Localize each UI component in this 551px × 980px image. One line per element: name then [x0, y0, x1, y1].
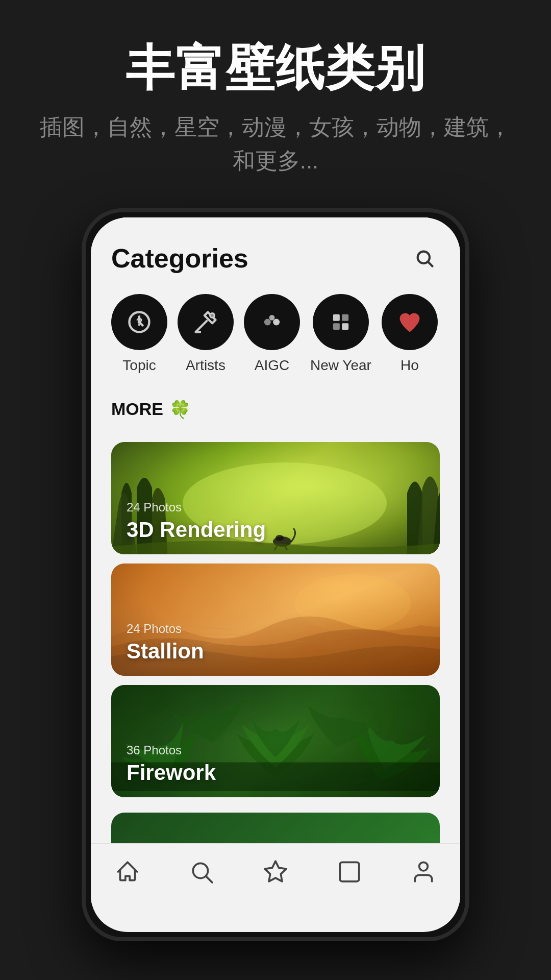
more-emoji: 🍀 — [169, 399, 191, 420]
category-label-aigc: AIGC — [255, 357, 289, 374]
svg-rect-8 — [333, 314, 340, 321]
header-section: 丰富壁纸类别 插图，自然，星空，动漫，女孩，动物，建筑，和更多... — [0, 0, 551, 198]
category-label-topic: Topic — [122, 357, 156, 374]
nav-home[interactable] — [99, 854, 156, 890]
gallery-icon — [337, 859, 362, 885]
svg-line-20 — [207, 876, 212, 882]
main-title: 丰富壁纸类别 — [31, 41, 520, 95]
topic-icon: ? — [126, 309, 153, 335]
more-section: MORE 🍀 — [91, 389, 460, 442]
bottom-nav — [91, 843, 460, 905]
nav-profile[interactable] — [395, 854, 452, 890]
card-firework[interactable]: 36 Photos Firework — [111, 685, 440, 797]
card-partial-peek — [111, 813, 440, 843]
svg-point-7 — [269, 315, 275, 321]
svg-line-1 — [429, 262, 433, 266]
category-icon-bg-new-year — [313, 294, 369, 350]
category-item-ho[interactable]: Ho — [382, 294, 438, 374]
svg-point-4 — [210, 313, 215, 317]
category-icon-bg-topic: ? — [111, 294, 167, 350]
svg-point-5 — [264, 318, 271, 325]
more-title: MORE — [111, 399, 163, 419]
card-info-stallion: 24 Photos Stallion — [111, 611, 219, 676]
nav-search[interactable] — [173, 854, 230, 890]
card-photo-count-3d: 24 Photos — [127, 500, 266, 514]
category-item-new-year[interactable]: New Year — [310, 294, 371, 374]
category-item-aigc[interactable]: AIGC — [244, 294, 300, 374]
home-icon — [115, 859, 140, 885]
artists-icon — [192, 309, 219, 335]
card-stallion[interactable]: 24 Photos Stallion — [111, 564, 440, 676]
nav-search-icon — [189, 859, 214, 885]
svg-rect-22 — [340, 862, 359, 881]
categories-header: Categories — [91, 217, 460, 289]
more-header: MORE 🍀 — [111, 399, 440, 420]
card-info-firework: 36 Photos Firework — [111, 733, 231, 797]
subtitle: 插图，自然，星空，动漫，女孩，动物，建筑，和更多... — [31, 110, 520, 178]
aigc-icon — [259, 309, 285, 335]
category-label-ho: Ho — [400, 357, 419, 374]
category-icon-bg-artists — [178, 294, 234, 350]
category-label-new-year: New Year — [310, 357, 371, 374]
svg-text:?: ? — [136, 315, 142, 328]
svg-point-6 — [273, 318, 280, 325]
svg-point-0 — [418, 251, 430, 263]
card-name-stallion: Stallion — [127, 639, 204, 664]
svg-rect-9 — [342, 314, 348, 321]
search-icon — [414, 248, 435, 268]
card-name-firework: Firework — [127, 761, 216, 785]
page-title: Categories — [111, 243, 248, 274]
svg-rect-10 — [333, 323, 340, 330]
card-info-3d-rendering: 24 Photos 3D Rendering — [111, 490, 281, 554]
category-label-artists: Artists — [186, 357, 226, 374]
category-item-topic[interactable]: ? Topic — [111, 294, 167, 374]
nav-favorites[interactable] — [247, 854, 304, 890]
person-icon — [411, 859, 436, 885]
svg-marker-21 — [265, 861, 286, 881]
category-icon-bg-aigc — [244, 294, 300, 350]
card-photo-count-firework: 36 Photos — [127, 743, 216, 757]
category-icons-row: ? Topic Artists — [91, 289, 460, 389]
new-year-icon — [328, 309, 354, 335]
category-item-artists[interactable]: Artists — [178, 294, 234, 374]
card-3d-rendering[interactable]: 24 Photos 3D Rendering — [111, 442, 440, 554]
card-name-3d: 3D Rendering — [127, 518, 266, 542]
ho-icon — [396, 309, 423, 335]
star-icon — [263, 859, 288, 885]
svg-point-23 — [419, 862, 428, 871]
card-photo-count-stallion: 24 Photos — [127, 622, 204, 636]
phone-frame: Categories ? — [82, 208, 469, 941]
svg-rect-11 — [342, 323, 348, 330]
search-button[interactable] — [409, 243, 440, 274]
phone-screen: Categories ? — [91, 217, 460, 932]
category-icon-bg-ho — [382, 294, 438, 350]
app-content: Categories ? — [91, 217, 460, 932]
nav-gallery[interactable] — [321, 854, 378, 890]
category-cards: 24 Photos 3D Rendering — [91, 442, 460, 813]
